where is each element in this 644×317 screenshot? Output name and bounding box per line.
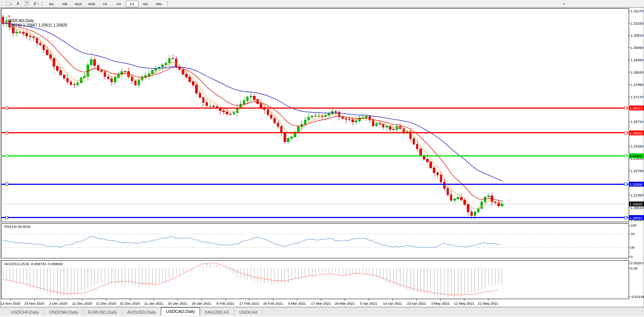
candle-body: [304, 120, 306, 124]
timeframe-button-w1[interactable]: W1: [139, 1, 152, 7]
candle-body: [284, 133, 286, 142]
candle-body: [50, 55, 52, 58]
candle-body: [138, 80, 140, 85]
timeframe-group: M1M5M15M30H1H4D1W1MN: [45, 0, 166, 7]
chart-tabs: USDCHF,DailyUSDCNH,DailyEURUSD,DailyAUDU…: [0, 307, 262, 316]
timeframe-button-m15[interactable]: M15: [72, 1, 85, 7]
tab-usoil-h4[interactable]: USOil,H4: [234, 309, 262, 316]
candle-body: [192, 81, 194, 85]
candle-body: [277, 123, 279, 126]
candle-body: [481, 202, 483, 209]
macd-indicator-label: MACD(12,26,9) -0.006733 -0.008502: [4, 262, 63, 266]
tab-audusd-daily[interactable]: AUDUSD,Daily: [122, 309, 161, 316]
candle-body: [97, 66, 99, 71]
timeframe-button-h1[interactable]: H1: [99, 1, 112, 7]
line-handle[interactable]: [5, 155, 8, 157]
candle-body: [488, 196, 490, 197]
line-handle[interactable]: [5, 216, 8, 219]
tab-usdcnh-daily[interactable]: USDCNH,Daily: [44, 309, 83, 316]
cursor-tool-icon[interactable]: ⇄ ▾: [31, 0, 40, 7]
timeframe-button-mn[interactable]: MN: [153, 1, 165, 7]
timeframe-button-m5[interactable]: M5: [59, 1, 71, 7]
candle-body: [43, 45, 45, 50]
chart-symbol-label: USDCAD,Daily: [8, 18, 34, 23]
candle-body: [73, 84, 75, 85]
tab-xauusd-h1[interactable]: XAUUSD,H1: [200, 309, 234, 316]
candle-body: [107, 77, 109, 79]
candle-body: [321, 116, 323, 116]
candle-body: [100, 70, 103, 71]
candle-body: [209, 106, 211, 106]
line-handle[interactable]: [5, 183, 8, 186]
tab-usdchf-daily[interactable]: USDCHF,Daily: [6, 309, 44, 316]
toolbar-grip[interactable]: [1, 1, 2, 6]
candle-body: [233, 113, 235, 114]
candle-body: [46, 50, 49, 55]
candle-body: [270, 115, 272, 118]
timeframe-button-h4[interactable]: H4: [112, 1, 125, 7]
candle-body: [291, 137, 293, 138]
line-handle[interactable]: [5, 107, 8, 109]
candle-body: [70, 82, 72, 85]
toolbar-overflow-icon[interactable]: ▾: [563, 3, 565, 6]
price-badge: [629, 130, 644, 135]
timeframe-button-m30[interactable]: M30: [85, 1, 98, 7]
line-handle[interactable]: [624, 216, 627, 219]
candle-body: [477, 209, 479, 212]
candle-body: [165, 63, 167, 65]
candle-body: [223, 111, 225, 112]
candle-body: [114, 77, 116, 82]
candle-body: [185, 74, 188, 77]
candle-body: [379, 124, 381, 124]
candle-body: [443, 182, 446, 188]
candle-body: [219, 108, 222, 111]
timeframe-button-m1[interactable]: M1: [45, 1, 58, 7]
collapse-triangle-icon[interactable]: ▼: [8, 15, 10, 18]
text-label-icon[interactable]: A: [13, 0, 22, 7]
candle-body: [202, 97, 204, 103]
candle-body: [447, 188, 449, 195]
candle-body: [39, 43, 41, 45]
candle-body: [430, 162, 432, 168]
candle-body: [94, 60, 96, 66]
candle-body: [471, 212, 473, 216]
grid-f-icon[interactable]: F: [4, 0, 13, 7]
line-handle[interactable]: [624, 155, 627, 157]
candle-body: [60, 70, 62, 75]
line-handle[interactable]: [624, 183, 627, 186]
price-badge: [629, 153, 644, 158]
line-handle[interactable]: [624, 107, 627, 109]
text-label-glyph: A: [17, 1, 19, 6]
candle-body: [267, 110, 269, 115]
toolbar-grip[interactable]: [167, 1, 168, 6]
candle-body: [450, 195, 452, 201]
toolbar: F A T ⇄ ▾ M1M5M15M30H1H4D1W1MN ▾: [0, 0, 644, 7]
candle-body: [437, 173, 439, 175]
candle-body: [501, 204, 503, 206]
toolbar-grip[interactable]: [42, 1, 43, 6]
candle-body: [124, 71, 126, 72]
grid-f-letter: F: [10, 3, 12, 6]
candle-body: [382, 124, 384, 127]
candle-body: [148, 74, 150, 75]
text-tool-icon[interactable]: T: [22, 0, 31, 7]
rsi-indicator-label: RSI(14) 38.0020: [4, 224, 31, 229]
candle-body: [22, 32, 25, 33]
candle-body: [287, 138, 290, 142]
chart-canvas[interactable]: 1.322701.315301.308101.300901.293501.286…: [0, 0, 644, 317]
candle-body: [457, 197, 459, 199]
line-handle[interactable]: [624, 131, 627, 134]
candle-body: [29, 36, 31, 37]
candle-body: [454, 199, 456, 201]
price-badge: [629, 106, 644, 111]
line-handle[interactable]: [5, 131, 8, 134]
candle-body: [19, 32, 21, 32]
candle-body: [348, 119, 350, 120]
tab-usdcad-daily[interactable]: USDCAD,Daily: [161, 307, 200, 316]
candle-body: [226, 112, 228, 114]
timeframe-button-d1[interactable]: D1: [126, 1, 138, 7]
candle-body: [16, 32, 18, 33]
candle-body: [426, 159, 429, 162]
tab-eurusd-daily[interactable]: EURUSD,Daily: [83, 309, 122, 316]
candle-body: [440, 175, 442, 182]
